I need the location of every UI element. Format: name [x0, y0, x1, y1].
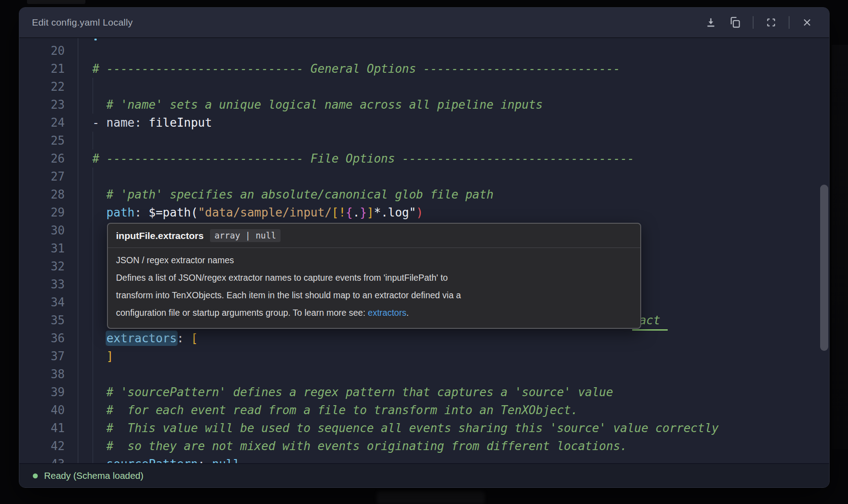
code-token: "data/sample/input/: [198, 206, 331, 219]
line-number: 33: [19, 275, 78, 293]
code-line[interactable]: 28 # 'path' specifies an absolute/canoni…: [19, 186, 829, 203]
code-token: *.log": [374, 206, 416, 219]
code-line[interactable]: 36 extractors: [: [19, 329, 829, 347]
line-content: # 'name' sets a unique logical name acro…: [78, 96, 829, 114]
code-line[interactable]: 41 # This value will be used to sequence…: [19, 419, 829, 437]
line-content: path: $=path("data/sample/input/[!{.}]*.…: [78, 203, 829, 221]
tooltip-period: .: [406, 308, 409, 318]
line-number: 22: [19, 78, 78, 96]
code-token: :: [134, 206, 148, 219]
code-token: fileInput: [149, 116, 212, 129]
code-line[interactable]: 20: [19, 42, 829, 60]
titlebar-actions: [704, 16, 814, 29]
code-token: ]: [78, 349, 113, 363]
line-number: 43: [19, 455, 78, 463]
close-icon: [801, 17, 813, 28]
line-content: - name: fileInput: [78, 114, 829, 132]
code-token: .: [353, 206, 360, 219]
status-dot-icon: [33, 473, 38, 478]
line-content: # so they are not mixed with events orig…: [78, 437, 829, 455]
code-line[interactable]: 39 # 'sourcePattern' defines a regex pat…: [19, 383, 829, 401]
line-number: 30: [19, 221, 78, 239]
tooltip-property-name: inputFile.extractors: [116, 230, 204, 241]
code-token: :: [177, 332, 191, 345]
code-line[interactable]: 22: [19, 78, 829, 96]
line-content: [78, 78, 829, 96]
code-line[interactable]: 27: [19, 168, 829, 186]
code-line[interactable]: 40 # for each event read from a file to …: [19, 401, 829, 419]
code-line[interactable]: 24 - name: fileInput: [19, 114, 829, 132]
status-bar: Ready (Schema loaded): [19, 463, 829, 487]
line-content: # ---------------------------- General O…: [78, 60, 829, 78]
line-content: ]: [78, 347, 829, 365]
code-token: [: [191, 332, 198, 345]
code-token: path: [78, 206, 134, 219]
code-line[interactable]: 42 # so they are not mixed with events o…: [19, 437, 829, 455]
tooltip-description-text: configuration file or startup arguments …: [116, 308, 368, 318]
code-editor[interactable]: 2021 # ---------------------------- Gene…: [19, 38, 829, 463]
status-text: Ready (Schema loaded): [44, 470, 143, 481]
line-content: [78, 42, 829, 60]
line-content: # for each event read from a file to tra…: [78, 401, 829, 419]
copy-button[interactable]: [728, 16, 742, 29]
line-number: 24: [19, 114, 78, 132]
line-number: 23: [19, 96, 78, 114]
line-number: 32: [19, 257, 78, 275]
line-content: # ---------------------------- File Opti…: [78, 150, 829, 168]
line-content: # 'sourcePattern' defines a regex patter…: [78, 383, 829, 401]
fullscreen-button[interactable]: [764, 16, 778, 29]
code-token: [78, 332, 107, 345]
tooltip-summary: JSON / regex extractor names: [116, 252, 632, 269]
code-token: sourcePattern: [78, 457, 198, 463]
tooltip-body: JSON / regex extractor names Defines a l…: [108, 248, 640, 328]
code-token: # for each event read from a file to tra…: [78, 403, 578, 417]
code-line[interactable]: 23 # 'name' sets a unique logical name a…: [19, 96, 829, 114]
line-number: 42: [19, 437, 78, 455]
line-content: [78, 168, 829, 186]
line-content: sourcePattern: null: [78, 455, 829, 463]
titlebar-divider: [789, 16, 790, 29]
line-number: 25: [19, 132, 78, 150]
code-token: # 'path' specifies an absolute/canonical…: [78, 188, 494, 201]
line-number: 36: [19, 329, 78, 347]
background-remnant-right: [832, 45, 848, 449]
tooltip-header: inputFile.extractors array | null: [108, 224, 640, 248]
code-line[interactable]: 29 path: $=path("data/sample/input/[!{.}…: [19, 203, 829, 221]
code-token: # ---------------------------- General O…: [78, 62, 620, 75]
line-number: 38: [19, 365, 78, 383]
edit-config-modal: Edit config.yaml Locally: [19, 7, 830, 488]
line-number: 21: [19, 60, 78, 78]
vertical-scrollbar-thumb[interactable]: [820, 185, 828, 351]
line-number: 26: [19, 150, 78, 168]
tooltip-description-line: transform into TenXObjects. Each item in…: [116, 287, 632, 304]
code-line[interactable]: 43 sourcePattern: null: [19, 455, 829, 463]
fullscreen-icon: [765, 17, 777, 28]
code-line[interactable]: 25: [19, 132, 829, 150]
code-token: # This value will be used to sequence al…: [78, 421, 719, 435]
line-content: # This value will be used to sequence al…: [78, 419, 829, 437]
code-token: ): [416, 206, 423, 219]
code-token: null: [212, 457, 240, 463]
code-line[interactable]: 38: [19, 365, 829, 383]
code-line[interactable]: 21 # ---------------------------- Genera…: [19, 60, 829, 78]
line-number: 28: [19, 186, 78, 203]
modal-title: Edit config.yaml Locally: [32, 17, 704, 28]
close-button[interactable]: [800, 16, 814, 29]
line-number: 20: [19, 42, 78, 60]
line-content: [78, 132, 829, 150]
tooltip-description-line: configuration file or startup arguments …: [116, 304, 632, 322]
line-number: 40: [19, 401, 78, 419]
code-token: # so they are not mixed with events orig…: [78, 439, 627, 453]
background-remnant-bottom: [377, 491, 485, 504]
code-token: $=path(: [149, 206, 198, 219]
tooltip-type-badge: array | null: [210, 229, 281, 242]
line-number: 31: [19, 239, 78, 257]
line-number: 34: [19, 293, 78, 311]
clipped-line-fragment: [94, 39, 97, 40]
download-button[interactable]: [704, 16, 718, 29]
extractors-link[interactable]: extractors: [368, 308, 406, 318]
line-number: 29: [19, 203, 78, 221]
code-line[interactable]: 37 ]: [19, 347, 829, 365]
code-line[interactable]: 26 # ---------------------------- File O…: [19, 150, 829, 168]
line-content: # 'path' specifies an absolute/canonical…: [78, 186, 829, 203]
